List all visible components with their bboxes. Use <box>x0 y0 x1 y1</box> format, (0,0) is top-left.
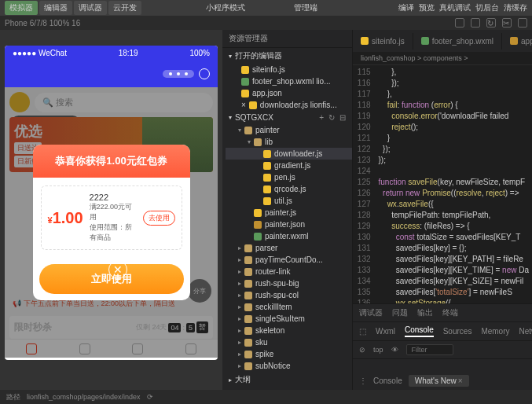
dock-icon[interactable] <box>471 18 480 28</box>
new-file-icon[interactable]: + <box>319 113 324 122</box>
coupon-condition: 满222.00元可用 <box>90 202 137 222</box>
eye-icon[interactable]: 👁 <box>391 346 398 354</box>
folder-item[interactable]: painter <box>226 124 352 136</box>
coupon-price: ¥1.00 <box>48 209 83 227</box>
tb-clear[interactable]: 清缓存 <box>504 2 527 13</box>
time-label: 18:19 <box>119 49 138 57</box>
line-gutter: 115 116 117 118 119 120 121 122 123 124 … <box>353 65 376 303</box>
device-label[interactable]: Phone 6/7/8 100% 16 <box>5 19 80 28</box>
tb-preview[interactable]: 预览 <box>419 2 435 13</box>
use-coupon-button[interactable]: 去使用 <box>143 211 175 226</box>
admin-select[interactable]: 管理端 <box>294 2 317 13</box>
cut-icon[interactable]: ✂ <box>502 18 512 28</box>
bottom-whatsnew[interactable]: What's New× <box>409 375 469 387</box>
capsule-button[interactable] <box>163 70 194 78</box>
open-editor-item[interactable]: × downloader.js lionfis... <box>222 99 352 111</box>
tb-compile[interactable]: 编译 <box>398 2 414 13</box>
coupon-scope: 使用范围：所有商品 <box>90 222 137 243</box>
tb-debugger[interactable]: 调试器 <box>74 1 107 15</box>
simulator-pane: ●●●●● WeChat 18:19 100% 🔍 搜索 A·凌乱刚刚下单啦 优… <box>0 30 222 390</box>
capsule-close-icon[interactable] <box>199 68 210 79</box>
folder-item[interactable]: seckillItem <box>226 301 352 313</box>
file-item[interactable]: gradient.js <box>226 160 352 171</box>
dt-console[interactable]: Console <box>405 325 434 337</box>
open-editor-item[interactable]: app.json <box>222 87 352 99</box>
code-editor[interactable]: 115 116 117 118 119 120 121 122 123 124 … <box>353 65 532 303</box>
context-select[interactable]: top <box>373 346 383 354</box>
bottom-console[interactable]: Console <box>373 376 402 385</box>
dt-network[interactable]: Network <box>519 327 532 336</box>
dt-sources[interactable]: Sources <box>443 327 472 336</box>
tb-bg[interactable]: 切后台 <box>475 2 499 13</box>
folder-icon <box>244 244 252 252</box>
folder-icon <box>254 138 262 146</box>
console-drawer-icon[interactable]: ⋮ <box>359 376 367 385</box>
tb-remote[interactable]: 真机调试 <box>439 2 471 13</box>
path-label[interactable]: lionfish_comshop/pages/index/index <box>27 393 141 401</box>
file-item[interactable]: qrcode.js <box>226 183 352 195</box>
mode-select[interactable]: 小程序模式 <box>206 2 245 13</box>
file-item[interactable]: downloader.js <box>226 148 352 160</box>
carrier-label: ●●●●● WeChat <box>13 49 67 57</box>
folder-icon <box>244 127 252 134</box>
inspect-icon[interactable]: ⬚ <box>359 327 366 336</box>
folder-item[interactable]: rush-spu-col <box>226 289 352 301</box>
tab-siteinfo[interactable]: siteinfo.js <box>353 33 413 50</box>
collapse-icon[interactable]: ⊟ <box>339 113 346 122</box>
folder-item[interactable]: spike <box>226 348 352 360</box>
clear-console-icon[interactable]: ⊘ <box>359 346 365 354</box>
open-editor-item[interactable]: siteinfo.js <box>222 64 352 75</box>
folder-icon <box>244 315 252 323</box>
dt-terminal[interactable]: 终端 <box>442 307 458 318</box>
dt-wxml[interactable]: Wxml <box>376 327 395 336</box>
eye-icon[interactable] <box>518 18 527 28</box>
outline-section[interactable]: 大纲 <box>222 372 352 387</box>
folder-item[interactable]: subNotice <box>226 360 352 372</box>
rotate-icon[interactable] <box>455 18 464 28</box>
file-item[interactable]: util.js <box>226 195 352 207</box>
file-item[interactable]: pen.js <box>226 171 352 183</box>
dt-debugger[interactable]: 调试器 <box>359 307 383 318</box>
tab-app[interactable]: app... <box>502 33 532 50</box>
folder-item[interactable]: sku <box>226 336 352 348</box>
dt-memory[interactable]: Memory <box>481 327 509 336</box>
tab-footer-shop[interactable]: footer_shop.wxml <box>413 33 502 50</box>
folder-item[interactable]: lib <box>226 136 352 148</box>
devtools-panel: 调试器 问题 输出 终端 ⬚ Wxml Console Sources Memo… <box>353 303 532 390</box>
open-editors-section[interactable]: 打开的编辑器 <box>222 48 352 64</box>
folder-item[interactable]: parser <box>226 242 352 254</box>
phone-frame: ●●●●● WeChat 18:19 100% 🔍 搜索 A·凌乱刚刚下单啦 优… <box>5 46 218 360</box>
tb-editor[interactable]: 编辑器 <box>39 1 72 15</box>
reload-icon[interactable]: ↻ <box>486 18 496 28</box>
file-icon <box>249 101 257 109</box>
folder-item[interactable]: router-link <box>226 266 352 277</box>
breadcrumb[interactable]: lionfish_comshop > components > <box>353 52 532 65</box>
refresh-icon[interactable]: ↻ <box>328 113 335 122</box>
tb-simulator[interactable]: 模拟器 <box>5 1 38 15</box>
code-lines[interactable]: }, }); }, fail: function (error) { conso… <box>376 65 532 303</box>
folder-item[interactable]: rush-spu-big <box>226 277 352 289</box>
filter-input[interactable] <box>406 344 453 355</box>
sync-icon[interactable]: ⟳ <box>147 393 153 401</box>
folder-item[interactable]: payTimeCountDo... <box>226 254 352 266</box>
project-section[interactable]: SQTGXCX +↻⊟ <box>222 111 352 124</box>
close-icon[interactable]: × <box>458 376 463 385</box>
dt-problems[interactable]: 问题 <box>392 307 408 318</box>
dt-output[interactable]: 输出 <box>417 307 433 318</box>
status-bar: 路径 lionfish_comshop/pages/index/index ⟳ <box>0 390 532 404</box>
folder-item[interactable]: singleSkuItem <box>226 313 352 325</box>
branch-label[interactable]: 路径 <box>6 392 20 402</box>
modal-close-icon[interactable]: ✕ <box>108 260 127 279</box>
file-item[interactable]: painter.wxml <box>226 230 352 242</box>
open-editor-item[interactable]: footer_shop.wxml lio... <box>222 75 352 87</box>
file-item[interactable]: painter.js <box>226 207 352 219</box>
file-icon <box>241 66 249 74</box>
modal-overlay[interactable]: 恭喜你获得1.00元红包券 ¥1.00 2222 满222.00元可用 使用范围… <box>5 87 218 358</box>
folder-icon <box>244 292 252 299</box>
file-item[interactable]: painter.json <box>226 219 352 230</box>
tb-cloud[interactable]: 云开发 <box>108 1 141 15</box>
folder-icon <box>244 280 252 288</box>
folder-icon <box>244 362 252 370</box>
folder-icon <box>244 303 252 311</box>
folder-item[interactable]: skeleton <box>226 325 352 336</box>
